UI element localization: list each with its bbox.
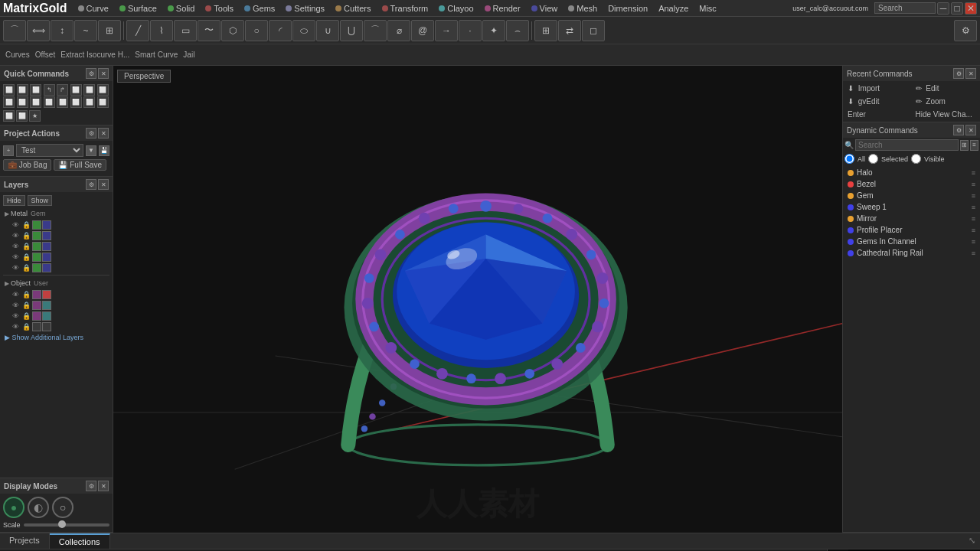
dc-list-view-button[interactable]: ≡ (970, 140, 978, 151)
rc-import[interactable]: ⬇ Import (844, 83, 911, 94)
qc-btn-7[interactable]: ⬜ (83, 84, 95, 96)
dc-gem[interactable]: Gem ≡ (844, 190, 978, 201)
full-save-button[interactable]: 💾 Full Save (54, 159, 106, 171)
rc-hide-view-change[interactable]: Hide View Cha... (913, 109, 979, 120)
dc-cathedral-ring-rail[interactable]: Cathedral Ring Rail ≡ (844, 247, 978, 259)
lock-icon-1[interactable]: 🔒 (22, 221, 31, 229)
object-layer-row-4[interactable]: 👁 🔒 (3, 321, 109, 332)
eye-icon-obj-2[interactable]: 👁 (12, 302, 19, 309)
qc-btn-extra-2[interactable]: ⬜ (16, 110, 28, 122)
lock-icon-4[interactable]: 🔒 (22, 253, 31, 261)
qc-btn-1[interactable]: ⬜ (3, 84, 15, 96)
lock-icon-obj-1[interactable]: 🔒 (22, 291, 31, 298)
dc-profile-placer[interactable]: Profile Placer ≡ (844, 224, 978, 236)
project-actions-settings-button[interactable]: ⚙ (86, 128, 96, 139)
lock-icon-2[interactable]: 🔒 (22, 232, 31, 240)
qc-btn-2[interactable]: ⬜ (17, 84, 28, 96)
qc-btn-extra-3[interactable]: ★ (29, 110, 41, 122)
display-modes-close-button[interactable]: ✕ (98, 481, 109, 491)
object-layer-header[interactable]: ▶ Object User (3, 277, 109, 289)
eye-icon-3[interactable]: 👁 (12, 243, 19, 250)
metal-layer-row-5[interactable]: 👁 🔒 (3, 262, 109, 273)
hide-layers-button[interactable]: Hide (3, 195, 25, 206)
qc-btn-9[interactable]: ⬜ (3, 96, 15, 108)
eye-icon-4[interactable]: 👁 (12, 253, 19, 261)
tb-ellipse-icon[interactable]: ⬭ (292, 20, 315, 41)
minimize-button[interactable]: ─ (937, 2, 949, 15)
qc-btn-12[interactable]: ⬜ (44, 96, 55, 108)
tb-polygon-icon[interactable]: ⬡ (221, 20, 244, 41)
dc-sweep1[interactable]: Sweep 1 ≡ (844, 201, 978, 213)
tab-projects[interactable]: Projects (0, 533, 50, 549)
display-mode-shaded[interactable]: ● (3, 497, 24, 518)
tb-convert-icon[interactable]: ⇄ (558, 20, 581, 41)
add-project-button[interactable]: + (3, 145, 14, 156)
tb-extend-curve-icon[interactable]: → (435, 20, 458, 41)
tb-hyperbola-icon[interactable]: ⋃ (340, 20, 363, 41)
qc-btn-4[interactable]: ↰ (44, 84, 55, 96)
layers-settings-button[interactable]: ⚙ (86, 179, 96, 190)
menu-solid[interactable]: Solid (163, 2, 199, 15)
tb-from-object-icon[interactable]: ◻ (582, 20, 605, 41)
rc-enter[interactable]: Enter (844, 109, 911, 120)
qc-btn-extra-1[interactable]: ⬜ (3, 110, 15, 122)
lock-icon-5[interactable]: 🔒 (22, 264, 31, 272)
eye-icon-obj-4[interactable]: 👁 (12, 323, 19, 331)
menu-render[interactable]: Render (480, 2, 525, 15)
tb-settings-icon[interactable]: ⚙ (954, 20, 977, 41)
tb-freeform-icon[interactable]: 〜 (198, 20, 220, 41)
qc-btn-15[interactable]: ⬜ (83, 96, 95, 108)
tb-conic-icon[interactable]: ⌒ (364, 20, 387, 41)
tb-arc-icon[interactable]: ◜ (269, 20, 292, 41)
tb-offset-icon[interactable]: ⟺ (27, 20, 50, 41)
recent-commands-close-button[interactable]: ✕ (965, 68, 976, 79)
menu-transform[interactable]: Transform (377, 2, 433, 15)
eye-icon-obj-1[interactable]: 👁 (12, 291, 19, 298)
eye-icon-5[interactable]: 👁 (12, 264, 19, 272)
tb-jail-icon[interactable]: ⊞ (98, 20, 121, 41)
qc-btn-10[interactable]: ⬜ (17, 96, 28, 108)
menu-surface[interactable]: Surface (115, 2, 162, 15)
qc-btn-13[interactable]: ⬜ (57, 96, 68, 108)
qc-btn-16[interactable]: ⬜ (97, 96, 109, 108)
tb-point-object-icon[interactable]: · (459, 20, 482, 41)
user-account[interactable]: user_calc@accuout.com (788, 3, 873, 14)
tab-collections[interactable]: Collections (50, 533, 110, 549)
tb-curves-icon[interactable]: ⌒ (3, 20, 26, 41)
dynamic-commands-search[interactable] (855, 139, 959, 151)
layers-close-button[interactable]: ✕ (98, 179, 109, 190)
recent-commands-settings-button[interactable]: ⚙ (953, 68, 964, 79)
rc-gvedit[interactable]: ⬇ gvEdit (844, 96, 911, 107)
object-layer-row-3[interactable]: 👁 🔒 (3, 311, 109, 321)
tb-smart-curve-icon[interactable]: ~ (74, 20, 97, 41)
scale-thumb[interactable] (58, 520, 66, 528)
dc-halo[interactable]: Halo ≡ (844, 167, 978, 178)
menu-analyze[interactable]: Analyze (654, 2, 693, 15)
tb-blend-curves-icon[interactable]: ⌢ (506, 20, 529, 41)
project-options-button[interactable]: ▼ (86, 145, 96, 156)
object-layer-row-1[interactable]: 👁 🔒 (3, 289, 109, 300)
menu-cutters[interactable]: Cutters (331, 2, 375, 15)
rc-edit[interactable]: ✏ Edit (913, 83, 979, 94)
display-mode-wireframe[interactable]: ○ (52, 497, 74, 518)
show-layers-button[interactable]: Show (28, 195, 53, 206)
close-button[interactable]: ✕ (965, 2, 977, 15)
object-layer-row-2[interactable]: 👁 🔒 (3, 300, 109, 311)
lock-icon-obj-3[interactable]: 🔒 (22, 312, 31, 320)
tb-circle-icon[interactable]: ○ (245, 20, 268, 41)
project-save-icon[interactable]: 💾 (99, 145, 109, 156)
menu-curve[interactable]: Curve (74, 2, 113, 15)
dc-bezel[interactable]: Bezel ≡ (844, 178, 978, 190)
qc-btn-14[interactable]: ⬜ (70, 96, 82, 108)
menu-gems[interactable]: Gems (240, 2, 279, 15)
tb-spiral-icon[interactable]: @ (411, 20, 434, 41)
tb-rectangle-icon[interactable]: ▭ (174, 20, 197, 41)
metal-layer-row-1[interactable]: 👁 🔒 (3, 220, 109, 230)
expand-panel-button[interactable]: ⤡ (964, 533, 980, 549)
metal-layer-row-4[interactable]: 👁 🔒 (3, 252, 109, 262)
menu-settings[interactable]: Settings (281, 2, 329, 15)
viewport[interactable]: Perspective (113, 66, 842, 533)
show-additional-layers-button[interactable]: ▶ Show Additional Layers (3, 332, 109, 343)
lock-icon-obj-4[interactable]: 🔒 (22, 323, 31, 331)
dynamic-commands-close-button[interactable]: ✕ (965, 125, 976, 135)
